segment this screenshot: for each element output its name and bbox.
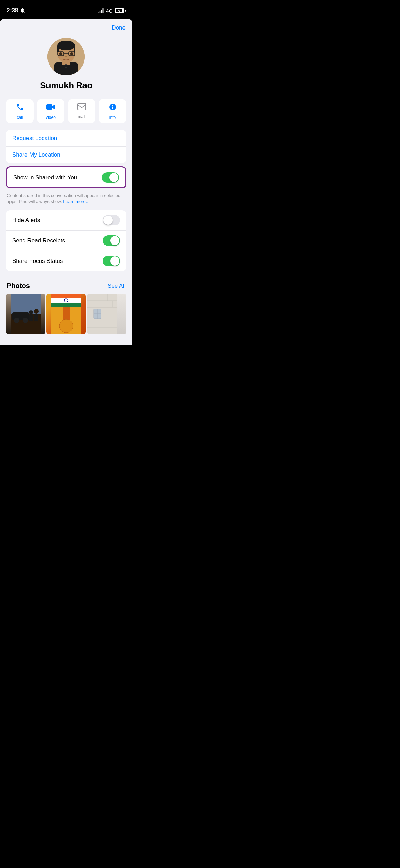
share-focus-status-label: Share Focus Status: [12, 258, 63, 265]
mail-icon: [77, 103, 86, 112]
shared-with-you-toggle[interactable]: [102, 172, 119, 183]
photo-thumb-1: [6, 294, 45, 334]
svg-point-21: [112, 105, 113, 106]
shared-with-you-row: Show in Shared with You: [7, 167, 125, 187]
shared-with-you-helper: Content shared in this conversation will…: [0, 191, 132, 210]
svg-point-28: [23, 318, 28, 323]
send-read-receipts-toggle[interactable]: [103, 235, 120, 246]
svg-rect-19: [78, 103, 86, 110]
svg-rect-18: [46, 104, 52, 110]
svg-rect-10: [74, 46, 75, 52]
shared-with-you-card: Show in Shared with You: [6, 166, 126, 188]
call-button[interactable]: call: [6, 99, 34, 123]
learn-more-link[interactable]: Learn more...: [63, 199, 89, 204]
info-label: info: [109, 115, 116, 120]
toggle-thumb: [109, 173, 118, 182]
video-icon: [46, 103, 56, 113]
info-button[interactable]: info: [99, 99, 126, 123]
svg-rect-32: [34, 314, 38, 321]
send-read-receipts-row: Send Read Receipts: [6, 231, 126, 251]
avatar: [47, 38, 85, 75]
request-location-label: Request Location: [12, 135, 57, 142]
settings-card: Hide Alerts Send Read Receipts Share Foc…: [6, 210, 126, 271]
toggle-thumb-hide-alerts: [103, 216, 113, 225]
call-label: call: [17, 115, 23, 120]
action-buttons-row: call video mail: [0, 99, 132, 130]
photos-header: Photos See All: [0, 279, 132, 294]
share-focus-status-row: Share Focus Status: [6, 251, 126, 271]
hide-alerts-row: Hide Alerts: [6, 210, 126, 231]
photos-grid: [0, 294, 132, 334]
svg-rect-3: [102, 8, 103, 13]
sheet-header: Done: [0, 19, 132, 35]
call-icon: [16, 103, 24, 113]
info-icon: [109, 103, 117, 113]
send-read-receipts-label: Send Read Receipts: [12, 237, 65, 244]
battery-indicator: 79: [115, 8, 126, 13]
share-my-location-row[interactable]: Share My Location: [6, 147, 126, 163]
contact-sheet: Done: [0, 19, 132, 345]
photo-thumb-3: [87, 294, 126, 334]
video-button[interactable]: video: [37, 99, 64, 123]
toggle-thumb-read-receipts: [110, 236, 119, 245]
toggle-thumb-focus: [110, 256, 119, 266]
svg-rect-2: [101, 10, 102, 13]
svg-rect-37: [51, 303, 81, 307]
svg-rect-22: [112, 107, 113, 109]
network-label: 4G: [106, 8, 113, 14]
video-label: video: [46, 115, 56, 120]
request-location-row[interactable]: Request Location: [6, 130, 126, 147]
status-icons: 79 4G 79: [98, 8, 126, 14]
status-bar: 2:38 79 4G 79: [0, 0, 132, 17]
battery-nub: [125, 10, 126, 12]
status-time: 2:38: [7, 7, 18, 14]
mail-button[interactable]: mail: [68, 99, 95, 123]
hide-alerts-label: Hide Alerts: [12, 217, 40, 224]
share-my-location-label: Share My Location: [12, 151, 60, 158]
avatar-image: [47, 38, 85, 75]
done-button[interactable]: Done: [112, 24, 126, 31]
silent-icon: [20, 8, 25, 13]
battery-percent: 79: [118, 9, 121, 12]
share-focus-status-toggle[interactable]: [103, 256, 120, 266]
svg-rect-35: [51, 294, 81, 298]
svg-rect-0: [98, 12, 99, 13]
svg-point-17: [65, 67, 67, 68]
svg-point-8: [57, 41, 75, 50]
svg-rect-1: [99, 11, 100, 13]
contact-section: Sumukh Rao: [0, 35, 132, 99]
mail-label: mail: [78, 114, 85, 119]
svg-point-39: [59, 319, 73, 333]
see-all-button[interactable]: See All: [108, 283, 126, 289]
shared-with-you-label: Show in Shared with You: [13, 174, 77, 181]
location-card: Request Location Share My Location: [6, 130, 126, 163]
hide-alerts-toggle[interactable]: [103, 215, 120, 225]
svg-rect-30: [29, 314, 33, 321]
contact-name: Sumukh Rao: [40, 80, 92, 91]
photo-thumb-2: [46, 294, 86, 334]
photos-title: Photos: [7, 282, 30, 290]
svg-point-27: [14, 318, 19, 323]
svg-point-29: [29, 310, 33, 314]
svg-point-16: [65, 64, 67, 65]
svg-point-14: [59, 52, 62, 55]
signal-icon: [98, 8, 104, 13]
svg-point-31: [34, 309, 39, 314]
svg-point-15: [70, 52, 73, 55]
svg-rect-9: [57, 46, 59, 52]
